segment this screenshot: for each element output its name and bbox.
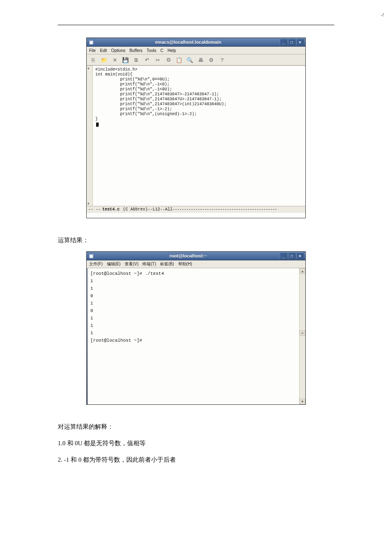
menu-c[interactable]: C bbox=[161, 48, 163, 53]
code-line: printf("%d\n",(unsigned)-1>-2); bbox=[95, 112, 197, 116]
menu-options[interactable]: Options bbox=[111, 48, 125, 53]
emacs-window: ▣ emacs@localhost.localdomain _ □ × File… bbox=[86, 38, 306, 218]
code-line: int main(void){ bbox=[95, 72, 132, 77]
minimize-button[interactable]: _ bbox=[280, 253, 287, 259]
terminal-line: 1 bbox=[90, 316, 93, 321]
scroll-down-icon[interactable]: ▼ bbox=[300, 399, 305, 404]
emacs-title-text: emacs@localhost.localdomain bbox=[97, 40, 280, 45]
menu-buffers[interactable]: Buffers bbox=[130, 48, 143, 53]
search-icon[interactable]: 🔍 bbox=[187, 57, 193, 63]
folder-icon[interactable]: 📁 bbox=[101, 57, 107, 63]
menu-file[interactable]: File bbox=[89, 48, 96, 53]
minibuffer[interactable] bbox=[87, 213, 305, 218]
terminal-menubar: 文件(F) 编辑(E) 查看(V) 终端(T) 标签(B) 帮助(H) bbox=[87, 260, 305, 268]
modeline-dashes: ----------------------------------------… bbox=[172, 207, 304, 212]
menu-edit[interactable]: Edit bbox=[100, 48, 107, 53]
preferences-icon[interactable]: ⚙ bbox=[208, 57, 215, 63]
top-rule bbox=[58, 25, 334, 25]
maximize-button[interactable]: □ bbox=[288, 253, 295, 259]
menu-tabs[interactable]: 标签(B) bbox=[160, 261, 174, 267]
scroll-up-icon[interactable]: ▲ bbox=[300, 268, 305, 274]
terminal-line: [root@localhost ~]# bbox=[90, 338, 142, 343]
editor-area[interactable]: ▾ ▴ #include<stdio.h> int main(void){ pr… bbox=[87, 66, 305, 206]
minimize-button[interactable]: _ bbox=[280, 39, 287, 45]
terminal-app-icon: ▣ bbox=[88, 253, 94, 259]
code-line: print("%d\n",0==0U); bbox=[95, 77, 170, 82]
modeline-filename: test4.c bbox=[102, 207, 120, 212]
menu-help[interactable]: 帮助(H) bbox=[178, 261, 192, 267]
terminal-line: 1 bbox=[90, 279, 93, 283]
copy-icon[interactable]: ⧉ bbox=[165, 57, 172, 63]
close-button[interactable]: × bbox=[296, 253, 304, 259]
terminal-title-text: root@localhost:~ bbox=[97, 253, 280, 258]
terminal-line: [root@localhost ~]# ./test4 bbox=[90, 271, 164, 276]
menu-terminal[interactable]: 终端(T) bbox=[142, 261, 156, 267]
terminal-output[interactable]: [root@localhost ~]# ./test4 1 1 0 1 0 1 … bbox=[88, 268, 299, 404]
code-line: printf("%d\n",-1<0); bbox=[95, 82, 170, 87]
code-line: printf("%d\n",2147483647U>-2147483647-1)… bbox=[95, 97, 222, 102]
code-line: printf("%d\n",-1<0U); bbox=[95, 87, 172, 92]
cut-icon[interactable]: ✂ bbox=[154, 57, 161, 63]
code-buffer[interactable]: #include<stdio.h> int main(void){ print(… bbox=[93, 66, 305, 206]
menu-file[interactable]: 文件(F) bbox=[89, 261, 103, 267]
terminal-titlebar[interactable]: ▣ root@localhost:~ _ □ × bbox=[87, 252, 305, 260]
explain-title: 对运算结果的解释： bbox=[58, 421, 334, 432]
modeline: -- -- test4.c (C Abbrev)--L12--All -----… bbox=[87, 206, 305, 213]
terminal-line: 0 bbox=[90, 308, 93, 313]
page-marker: -! bbox=[381, 12, 384, 17]
undo-icon[interactable]: ↶ bbox=[144, 57, 150, 63]
cursor bbox=[96, 123, 99, 127]
app-icon: ▣ bbox=[88, 39, 94, 45]
close-button[interactable]: × bbox=[296, 39, 304, 45]
modeline-prefix: -- -- bbox=[88, 207, 101, 212]
explain-line-1: 1.0 和 0U 都是无符号数，值相等 bbox=[58, 438, 334, 449]
menu-edit[interactable]: 编辑(E) bbox=[107, 261, 120, 267]
terminal-window: ▣ root@localhost:~ _ □ × 文件(F) 编辑(E) 查看(… bbox=[86, 251, 306, 405]
explain-line-2: 2. -1 和 0 都为带符号数，因此前者小于后者 bbox=[58, 454, 334, 465]
file-open-icon[interactable]: ⎘ bbox=[90, 57, 97, 63]
result-heading: 运算结果： bbox=[58, 235, 334, 246]
terminal-line: 0 bbox=[90, 293, 93, 298]
terminal-line: 1 bbox=[90, 323, 93, 328]
close-x-icon[interactable]: ✕ bbox=[111, 57, 118, 63]
emacs-menubar: File Edit Options Buffers Tools C Help bbox=[87, 47, 305, 54]
terminal-scrollbar[interactable]: ▲ ≡ ▼ bbox=[299, 268, 305, 404]
terminal-body-wrap: [root@localhost ~]# ./test4 1 1 0 1 0 1 … bbox=[87, 268, 305, 404]
menu-view[interactable]: 查看(V) bbox=[125, 261, 138, 267]
code-line: } bbox=[95, 117, 98, 121]
menu-tools[interactable]: Tools bbox=[146, 48, 156, 53]
modeline-status: (C Abbrev)--L12--All bbox=[123, 207, 172, 212]
floppy-icon[interactable]: 💾 bbox=[122, 57, 129, 63]
emacs-titlebar[interactable]: ▣ emacs@localhost.localdomain _ □ × bbox=[87, 38, 305, 47]
gutter-top-icon: ▾ bbox=[87, 66, 90, 71]
scroll-thumb[interactable]: ≡ bbox=[300, 330, 305, 336]
terminal-line: 1 bbox=[90, 286, 93, 291]
code-line: #include<stdio.h> bbox=[95, 67, 137, 72]
print-icon[interactable]: 🖶 bbox=[197, 57, 204, 63]
save-as-icon[interactable]: 🗎 bbox=[133, 57, 139, 63]
emacs-toolbar: ⎘ 📁 ✕ 💾 🗎 ↶ ✂ ⧉ 📋 🔍 🖶 ⚙ ? bbox=[87, 54, 305, 66]
help-icon[interactable]: ? bbox=[219, 57, 225, 63]
maximize-button[interactable]: □ bbox=[288, 39, 295, 45]
code-line: printf("%d\n",-1>-2); bbox=[95, 107, 172, 111]
terminal-line: 1 bbox=[90, 301, 93, 306]
gutter-bottom-icon: ▴ bbox=[87, 201, 90, 205]
code-line: printf("%d\n",2147483647>-2147483647-1); bbox=[95, 92, 219, 97]
gutter: ▾ ▴ bbox=[87, 66, 93, 206]
code-line: printf("%d\n",2147483647>(int)2147483648… bbox=[95, 102, 227, 106]
terminal-line: 1 bbox=[90, 331, 93, 335]
menu-help[interactable]: Help bbox=[168, 48, 176, 53]
paste-icon[interactable]: 📋 bbox=[176, 57, 182, 63]
